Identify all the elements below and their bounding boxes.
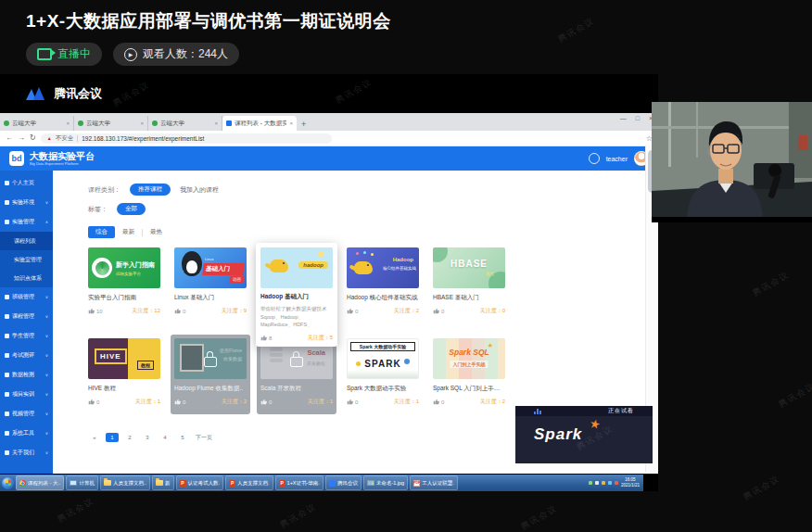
sort-composite-button[interactable]: 综合 xyxy=(88,226,115,238)
hadoop-elephant-icon xyxy=(354,261,373,274)
course-card-hive[interactable]: HIVE 教程 HIVE 教程 0关注度：1 xyxy=(88,338,160,406)
maximize-button[interactable]: □ xyxy=(636,115,640,121)
watermark: 腾讯会议 xyxy=(751,269,793,299)
presenter-webcam-video xyxy=(652,102,812,222)
taskbar-item-pdf[interactable]: PDF工人认证联盟. xyxy=(410,475,458,490)
tag-all-pill[interactable]: 全部 xyxy=(117,203,146,215)
browser-address-bar: ← → ↻ ▲ 不安全 192.168.130.173/#/experiment… xyxy=(0,131,658,146)
submenu-item-lab-mgmt[interactable]: 实验室管理 xyxy=(0,250,53,269)
chevron-down-icon: ∨ xyxy=(45,353,48,358)
taskbar-item-folder-1[interactable]: 人员支撑文档.. xyxy=(100,475,150,490)
course-card-linux[interactable]: Linux 基础入门 动画 Linux 基础入门 0关注度：9 xyxy=(174,247,247,315)
sidebar-item-home[interactable]: 个人主页 xyxy=(0,173,53,193)
taskbar-item-computer[interactable]: 计算机 xyxy=(66,475,98,490)
course-card-platform-guide[interactable]: 新手入门指南玩转实验平台 实验平台入门指南 10关注度：12 xyxy=(88,247,160,315)
taskbar-item-ppt-1[interactable]: P认证考试人数. xyxy=(176,475,224,490)
windows-taskbar: 课程列表 - 大.. 计算机 人员支撑文档.. 新 P认证考试人数. P人员支撑… xyxy=(0,475,643,491)
taskbar-item-chrome[interactable]: 课程列表 - 大.. xyxy=(16,475,64,490)
forward-icon[interactable]: → xyxy=(18,134,25,142)
course-title: Linux 基础入门 xyxy=(174,294,247,302)
browser-tab-1[interactable]: 云端大学 × xyxy=(0,116,74,131)
browser-tab-2[interactable]: 云端大学 × xyxy=(74,116,148,131)
message-icon[interactable] xyxy=(589,153,600,164)
tab-close-icon[interactable]: × xyxy=(140,120,144,126)
taskbar-item-tencent-meeting[interactable]: 腾讯会议 xyxy=(325,475,362,490)
thumb-up-icon xyxy=(433,399,439,405)
spark-video-overlay[interactable]: 正在试看 Spark ★ xyxy=(515,406,653,463)
course-card-hadoop-core[interactable]: Hadoop 核心组件基础实战 Hadoop 核心组件基础实战 0关注度：2 xyxy=(347,247,419,315)
sidebar-item-student-mgmt[interactable]: 学生管理∨ xyxy=(0,326,53,346)
course-cover: ★ Spark SQL 入门到上手实战 xyxy=(433,338,505,379)
tray-icon[interactable] xyxy=(615,481,618,485)
course-card-hbase[interactable]: HBASE 教程 HBASE 基础入门 0关注度：0 xyxy=(433,247,505,315)
home-icon xyxy=(5,181,9,185)
pagination-page-2[interactable]: 2 xyxy=(123,433,136,442)
sidebar-item-tools[interactable]: 系统工具∨ xyxy=(0,424,53,443)
browser-tab-active[interactable]: 课程列表 - 大数据实验平台 × xyxy=(222,116,297,131)
course-title: HIVE 教程 xyxy=(88,385,160,393)
tab-close-icon[interactable]: × xyxy=(214,120,218,126)
category-joined-link[interactable]: 我加入的课程 xyxy=(180,185,219,195)
pagination-page-4[interactable]: 4 xyxy=(159,433,171,442)
taskbar-item-ppt-3[interactable]: P1+X证书-华南. xyxy=(275,475,324,490)
image-file-icon xyxy=(367,480,374,486)
back-icon[interactable]: ← xyxy=(6,134,13,142)
course-card-flume-locked[interactable]: 使用Flume 收集数据 Hadoop Flume 收集数据.. 0关注度：2 xyxy=(171,335,250,414)
sidebar-item-about[interactable]: 关于我们∨ xyxy=(0,443,53,462)
tab-favicon-icon xyxy=(78,120,83,126)
submenu-item-knowledge[interactable]: 知识点体系 xyxy=(0,269,53,287)
start-button[interactable] xyxy=(2,477,14,489)
taskbar-item-image[interactable]: 未命名-1.jpg xyxy=(363,475,408,490)
thumb-up-icon xyxy=(260,335,267,341)
follow-count: 关注度：2 xyxy=(394,307,419,315)
browser-tab-strip: 云端大学 × 云端大学 × 云端大学 × 课程列表 - 大数据实验平台 × xyxy=(0,113,658,131)
course-card-hadoop-intro[interactable]: hadoop Hadoop 基础入门 带你轻松了解大数据关键技术 Sqoop、H… xyxy=(256,243,337,347)
course-card-spark[interactable]: Spark 大数据动手实验 SPARK Spark 大数据动手实验 0关注度：1 xyxy=(347,338,419,406)
category-recommended-pill[interactable]: 推荐课程 xyxy=(130,184,171,196)
sidebar-item-data-monitor[interactable]: 数据检测∨ xyxy=(0,365,53,385)
pagination-page-5[interactable]: 5 xyxy=(176,433,189,442)
sidebar-item-project-training[interactable]: 项目实训∨ xyxy=(0,385,53,404)
url-field[interactable]: ▲ 不安全 192.168.130.173/#/experiment/exper… xyxy=(41,133,332,144)
tray-icon[interactable] xyxy=(602,481,605,485)
tab-close-icon[interactable]: × xyxy=(66,120,70,126)
course-title: Spark SQL 入门到上手实战 xyxy=(433,385,505,393)
taskbar-clock[interactable]: 16:05 2021/1/21 xyxy=(621,477,640,488)
course-card-spark-sql[interactable]: ★ Spark SQL 入门到上手实战 Spark SQL 入门到上手实战 0关… xyxy=(433,338,505,406)
course-title: HBASE 基础入门 xyxy=(433,294,505,302)
taskbar-item-folder-2[interactable]: 新 xyxy=(152,475,174,490)
pagination-page-1[interactable]: 1 xyxy=(106,433,119,442)
shared-screen-video[interactable]: 腾讯会议 云端大学 × 云端大学 × 云端大学 × xyxy=(0,74,658,491)
sidebar-item-lab-env[interactable]: 实验环境∨ xyxy=(0,193,53,212)
tab-close-icon[interactable]: × xyxy=(289,120,293,126)
live-badge-label: 直播中 xyxy=(57,46,91,62)
minimize-button[interactable]: — xyxy=(620,115,627,121)
submenu-item-course-list[interactable]: 课程列表 xyxy=(0,232,53,250)
browser-tab-3[interactable]: 云端大学 × xyxy=(148,116,222,131)
sidebar-item-course-mgmt[interactable]: 课程管理∨ xyxy=(0,307,53,326)
sort-newest-link[interactable]: 最新 xyxy=(122,228,134,236)
tab-favicon-icon xyxy=(152,120,158,126)
sort-hottest-link[interactable]: 最热 xyxy=(150,228,162,236)
course-title: Spark 大数据动手实验 xyxy=(347,385,419,393)
tray-icon[interactable] xyxy=(608,481,612,485)
reload-icon[interactable]: ↻ xyxy=(30,134,36,142)
tray-icon[interactable] xyxy=(595,481,599,485)
spark-star-icon: ★ xyxy=(589,416,603,432)
viewers-label: 观看人数：244人 xyxy=(143,46,228,62)
lock-icon xyxy=(290,357,303,367)
course-cover: 使用Flume 收集数据 xyxy=(174,338,247,379)
taskbar-item-ppt-2[interactable]: P人员支撑文档. xyxy=(225,475,273,490)
pagination-page-3[interactable]: 3 xyxy=(141,433,154,442)
tray-icon[interactable] xyxy=(589,481,592,485)
chevron-down-icon: ∨ xyxy=(45,412,48,416)
new-tab-button[interactable]: + xyxy=(301,120,306,129)
sidebar-item-video-mgmt[interactable]: 视频管理∨ xyxy=(0,404,53,424)
pagination-prev[interactable]: « xyxy=(88,433,101,442)
sidebar-item-class-mgmt[interactable]: 班级管理∨ xyxy=(0,287,53,307)
spark-logo: Spark xyxy=(534,425,582,444)
sidebar-item-exam[interactable]: 考试测评∨ xyxy=(0,346,53,365)
exam-icon xyxy=(5,353,9,358)
pagination-next[interactable]: 下一页 xyxy=(194,433,214,442)
sidebar-item-experiment-mgmt[interactable]: 实验管理∧ xyxy=(0,212,53,232)
